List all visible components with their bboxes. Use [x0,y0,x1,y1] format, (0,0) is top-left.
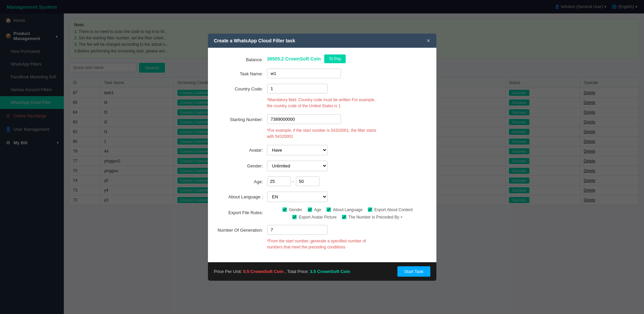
task-name-row: Task Name: [216,69,428,78]
start-task-button[interactable]: Start Task [397,266,430,277]
check-about-language-input[interactable] [327,207,331,212]
topay-button[interactable]: To Pay [324,54,346,63]
country-code-hint: *Mandatory field: Country code must be w… [267,97,381,109]
modal-body: Balance: 38505.2 CrownSoft Coin To Pay T… [208,48,436,262]
check-gender-input[interactable] [283,207,287,212]
balance-row: Balance: 38505.2 CrownSoft Coin To Pay [216,54,428,63]
age-range: - [267,176,319,186]
avatar-label: Avatar: [216,145,263,153]
balance-label: Balance: [216,54,263,62]
check-export-about-content-label: Export About Content [374,207,413,212]
check-age-label: Age [314,207,321,212]
modal-close-button[interactable]: × [427,38,430,44]
check-preceded-plus-label: The Number Is Preceded By + [348,215,403,220]
check-export-about-content-input[interactable] [368,207,372,212]
about-language-label: About Language : [216,192,263,199]
number-generation-label: Number Of Generation: [216,225,263,233]
task-name-input[interactable] [267,69,341,78]
task-name-label: Task Name: [216,69,263,76]
modal-dialog: Create a WhatsApp Cloud Filter task × Ba… [208,34,436,281]
modal-overlay: Create a WhatsApp Cloud Filter task × Ba… [0,0,644,314]
modal-title: Create a WhatsApp Cloud Filter task [214,38,295,43]
gender-select[interactable]: Male Female Unlimited [267,161,328,171]
price-per-unit-value: 0.5 CrownSoft Coin [243,269,284,274]
number-generation-hint: *From the start number, generate a speci… [267,238,381,250]
total-price-separator: , Total Price: [285,269,308,274]
check-preceded-plus-input[interactable] [342,215,346,219]
check-gender-label: Gender [289,207,302,212]
gender-row: Gender: Male Female Unlimited [216,161,428,171]
check-about-language[interactable]: About Language [327,207,362,212]
check-export-avatar-input[interactable] [292,215,297,219]
age-separator: - [293,179,294,184]
total-price-value: 3.5 CrownSoft Coin [310,269,350,274]
age-row: Age: - [216,176,428,186]
modal-header: Create a WhatsApp Cloud Filter task × [208,34,436,48]
about-language-select[interactable]: EN ZH FR DE [267,192,328,202]
modal-footer: Price Per Unit: 0.5 CrownSoft Coin , Tot… [208,262,436,281]
check-gender[interactable]: Gender [283,207,302,212]
number-generation-row: Number Of Generation: *From the start nu… [216,225,428,250]
gender-label: Gender: [216,161,263,168]
age-max-input[interactable] [296,176,319,186]
check-age-input[interactable] [308,207,312,212]
check-preceded-plus[interactable]: The Number Is Preceded By + [342,215,403,220]
starting-number-hint: *For example, if the start number is 543… [267,127,381,140]
country-code-input[interactable] [267,84,328,93]
footer-price: Price Per Unit: 0.5 CrownSoft Coin , Tot… [214,269,350,274]
country-code-label: Country Code: [216,84,263,91]
price-per-unit-label: Price Per Unit: [214,269,242,274]
check-export-about-content[interactable]: Export About Content [368,207,413,212]
number-generation-input[interactable] [267,225,328,235]
avatar-row: Avatar: Have No Unlimited [216,145,428,155]
avatar-select[interactable]: Have No Unlimited [267,145,328,155]
export-rules-label: Export File Rules: [216,207,263,215]
starting-number-input[interactable] [267,114,341,124]
check-export-avatar[interactable]: Export Avatar Picture [292,215,337,220]
check-about-language-label: About Language [333,207,362,212]
starting-number-label: Starting Number: [216,114,263,122]
age-min-input[interactable] [267,176,291,186]
export-rules-row: Export File Rules: Gender Age [216,207,428,220]
about-language-row: About Language : EN ZH FR DE [216,192,428,202]
check-export-avatar-label: Export Avatar Picture [299,215,337,220]
country-code-row: Country Code: *Mandatory field: Country … [216,84,428,109]
age-label: Age: [216,176,263,184]
check-age[interactable]: Age [308,207,321,212]
balance-value: 38505.2 CrownSoft Coin [267,56,321,62]
starting-number-row: Starting Number: *For example, if the st… [216,114,428,140]
